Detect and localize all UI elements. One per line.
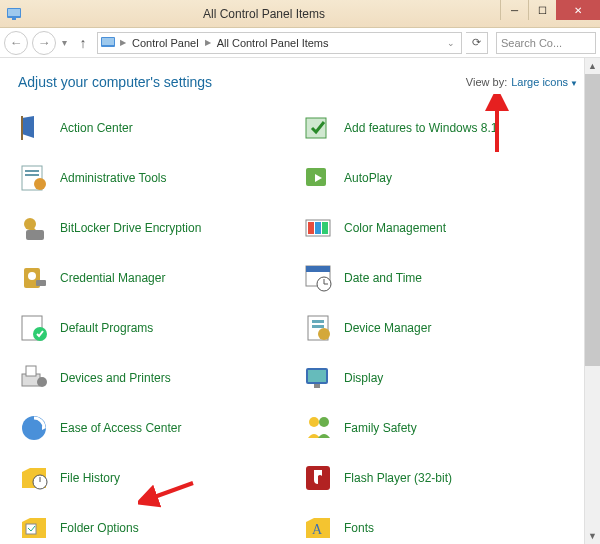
control-panel-icon (100, 35, 116, 51)
item-label: AutoPlay (344, 171, 392, 185)
refresh-button[interactable]: ⟳ (466, 32, 488, 54)
item-icon (302, 262, 334, 294)
viewby-dropdown[interactable]: Large icons▼ (511, 76, 578, 88)
svg-rect-31 (312, 320, 324, 323)
svg-point-21 (28, 272, 36, 280)
control-panel-item[interactable]: Devices and Printers (18, 360, 294, 396)
item-icon (18, 312, 50, 344)
control-panel-item[interactable]: Default Programs (18, 310, 294, 346)
svg-text:A: A (312, 522, 323, 537)
svg-rect-35 (26, 366, 36, 376)
control-panel-item[interactable]: Device Manager (302, 310, 578, 346)
breadcrumb-current[interactable]: All Control Panel Items (215, 37, 331, 49)
scroll-down-button[interactable]: ▼ (585, 528, 600, 544)
control-panel-item[interactable]: Flash Player (32-bit) (302, 460, 578, 496)
item-icon (302, 412, 334, 444)
header-row: Adjust your computer's settings View by:… (18, 74, 578, 90)
navbar: ← → ▾ ↑ ▶ Control Panel ▶ All Control Pa… (0, 28, 600, 58)
item-icon (302, 162, 334, 194)
svg-rect-24 (306, 266, 330, 272)
up-button[interactable]: ↑ (73, 33, 93, 53)
svg-point-36 (37, 377, 47, 387)
back-button[interactable]: ← (4, 31, 28, 55)
forward-button[interactable]: → (32, 31, 56, 55)
item-icon (18, 512, 50, 544)
item-icon (302, 312, 334, 344)
item-label: Devices and Printers (60, 371, 171, 385)
control-panel-item[interactable]: Date and Time (302, 260, 578, 296)
item-icon (18, 212, 50, 244)
main-panel: Adjust your computer's settings View by:… (0, 58, 584, 544)
svg-rect-39 (314, 384, 320, 388)
breadcrumb-sep[interactable]: ▶ (118, 38, 128, 47)
item-label: Default Programs (60, 321, 153, 335)
item-icon (18, 262, 50, 294)
item-icon (18, 112, 50, 144)
control-panel-item[interactable]: AFonts (302, 510, 578, 544)
scroll-track[interactable] (585, 366, 600, 528)
scroll-thumb[interactable] (585, 74, 600, 366)
chevron-down-icon: ▼ (570, 79, 578, 88)
item-label: Folder Options (60, 521, 139, 535)
control-panel-item[interactable]: Color Management (302, 210, 578, 246)
item-label: Add features to Windows 8.1 (344, 121, 497, 135)
control-panel-item[interactable]: Administrative Tools (18, 160, 294, 196)
titlebar: All Control Panel Items ─ ☐ ✕ (0, 0, 600, 28)
item-icon (18, 362, 50, 394)
svg-rect-17 (308, 222, 314, 234)
control-panel-icon (6, 6, 22, 22)
svg-point-42 (309, 417, 319, 427)
viewby-value: Large icons (511, 76, 568, 88)
page-heading: Adjust your computer's settings (18, 74, 466, 90)
svg-rect-8 (25, 170, 39, 172)
item-icon (18, 162, 50, 194)
svg-rect-9 (25, 174, 39, 176)
breadcrumb-sep[interactable]: ▶ (203, 38, 213, 47)
breadcrumb-root[interactable]: Control Panel (130, 37, 201, 49)
history-dropdown[interactable]: ▾ (60, 37, 69, 48)
svg-rect-15 (26, 230, 44, 240)
item-label: Action Center (60, 121, 133, 135)
svg-rect-32 (312, 325, 324, 328)
item-label: Administrative Tools (60, 171, 167, 185)
search-input[interactable]: Search Co... (496, 32, 596, 54)
window-controls: ─ ☐ ✕ (500, 0, 600, 27)
svg-rect-4 (102, 38, 114, 45)
control-panel-item[interactable]: BitLocker Drive Encryption (18, 210, 294, 246)
svg-rect-2 (12, 18, 16, 20)
item-label: Flash Player (32-bit) (344, 471, 452, 485)
control-panel-item[interactable]: Display (302, 360, 578, 396)
minimize-button[interactable]: ─ (500, 0, 528, 20)
item-icon (302, 362, 334, 394)
item-label: Ease of Access Center (60, 421, 181, 435)
window-title: All Control Panel Items (28, 7, 500, 21)
maximize-button[interactable]: ☐ (528, 0, 556, 20)
svg-rect-1 (8, 9, 20, 16)
svg-rect-38 (308, 370, 326, 382)
svg-rect-6 (306, 118, 326, 138)
item-icon (302, 462, 334, 494)
viewby-label: View by: (466, 76, 507, 88)
control-panel-item[interactable]: Ease of Access Center (18, 410, 294, 446)
item-icon (302, 112, 334, 144)
item-label: Color Management (344, 221, 446, 235)
svg-rect-5 (21, 116, 23, 140)
control-panel-item[interactable]: Family Safety (302, 410, 578, 446)
item-icon (18, 412, 50, 444)
control-panel-item[interactable]: Credential Manager (18, 260, 294, 296)
item-label: Device Manager (344, 321, 431, 335)
address-dropdown[interactable]: ⌄ (443, 38, 459, 48)
address-bar[interactable]: ▶ Control Panel ▶ All Control Panel Item… (97, 32, 462, 54)
close-button[interactable]: ✕ (556, 0, 600, 20)
control-panel-item[interactable]: Add features to Windows 8.1 (302, 110, 578, 146)
svg-rect-47 (26, 524, 36, 534)
item-label: Display (344, 371, 383, 385)
control-panel-item[interactable]: Folder Options (18, 510, 294, 544)
vertical-scrollbar[interactable]: ▲ ▼ (584, 58, 600, 544)
control-panel-item[interactable]: Action Center (18, 110, 294, 146)
item-label: BitLocker Drive Encryption (60, 221, 201, 235)
scroll-up-button[interactable]: ▲ (585, 58, 600, 74)
control-panel-item[interactable]: File History (18, 460, 294, 496)
svg-rect-22 (36, 280, 46, 286)
control-panel-item[interactable]: AutoPlay (302, 160, 578, 196)
